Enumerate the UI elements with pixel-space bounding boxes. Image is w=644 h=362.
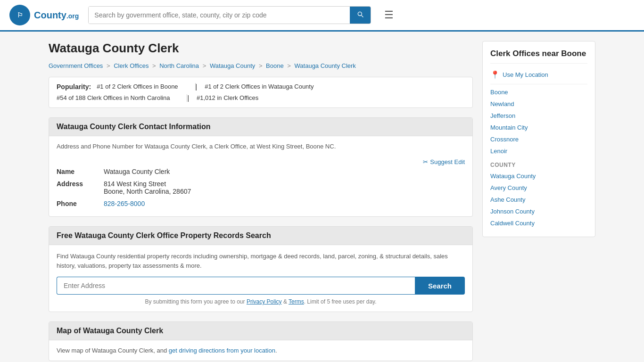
sidebar-item-newland[interactable]: Newland [490,98,587,110]
sidebar: Clerk Offices near Boone 📍 Use My Locati… [482,41,595,362]
breadcrumb-gov-offices[interactable]: Government Offices [49,62,103,69]
property-search-body: Find Watauga County residential property… [49,245,472,312]
sidebar-divider [490,84,587,84]
global-search-input[interactable] [89,7,350,24]
contact-section-body: Address and Phone Number for Watauga Cou… [49,136,472,216]
logo-link[interactable]: ⚐ County.org [9,5,79,25]
global-search-button[interactable] [350,7,371,24]
name-value: Watauga County Clerk [104,165,465,178]
breadcrumb: Government Offices > Clerk Offices > Nor… [49,62,473,69]
main-container: Watauga County Clerk Government Offices … [39,32,605,362]
sidebar-county-label: County [490,162,587,168]
contact-section: Watauga County Clerk Contact Information… [49,117,473,217]
logo-text: County.org [34,10,79,21]
page-title: Watauga County Clerk [49,41,473,56]
breadcrumb-north-carolina[interactable]: North Carolina [159,62,199,69]
sidebar-item-jefferson[interactable]: Jefferson [490,110,587,122]
phone-value: 828-265-8000 [104,197,465,210]
popularity-stat-3: #54 of 188 Clerk Offices in North Caroli… [57,94,170,102]
address-input[interactable] [57,277,415,295]
sidebar-item-avery-county[interactable]: Avery County [490,182,587,194]
breadcrumb-clerk-offices[interactable]: Clerk Offices [114,62,149,69]
breadcrumb-boone[interactable]: Boone [266,62,284,69]
sidebar-title: Clerk Offices near Boone [490,49,587,64]
table-row: Phone 828-265-8000 [57,197,465,210]
name-label: Name [57,165,104,178]
address-value: 814 West King Street Boone, North Caroli… [104,178,465,197]
map-section-body: View map of Watauga County Clerk, and ge… [49,340,472,361]
address-search-row: Search [57,277,465,295]
table-row: Name Watauga County Clerk [57,165,465,178]
map-section: Map of Watauga County Clerk View map of … [49,321,473,361]
phone-link[interactable]: 828-265-8000 [104,200,145,207]
location-icon: 📍 [490,70,500,79]
suggest-edit-link[interactable]: ✂ Suggest Edit [423,158,465,165]
sidebar-item-caldwell-county[interactable]: Caldwell County [490,217,587,229]
sidebar-item-watauga-county[interactable]: Watauga County [490,170,587,182]
popularity-stat-4: #1,012 in Clerk Offices [197,94,258,102]
hamburger-menu[interactable]: ☰ [380,7,397,23]
header: ⚐ County.org ☰ [0,0,644,32]
breadcrumb-watauga-county[interactable]: Watauga County [210,62,255,69]
breadcrumb-current[interactable]: Watauga County Clerk [295,62,356,69]
global-search-bar [88,6,371,24]
contact-description: Address and Phone Number for Watauga Cou… [57,143,465,150]
popularity-bar: Popularity: #1 of 2 Clerk Offices in Boo… [49,77,473,108]
logo-icon: ⚐ [9,5,30,25]
property-search-section: Free Watauga County Clerk Office Propert… [49,226,473,312]
address-label: Address [57,178,104,197]
contact-section-header: Watauga County Clerk Contact Information [49,118,472,136]
sidebar-item-johnson-county[interactable]: Johnson County [490,206,587,217]
map-section-header: Map of Watauga County Clerk [49,322,472,340]
sidebar-item-crossnore[interactable]: Crossnore [490,133,587,145]
property-search-header: Free Watauga County Clerk Office Propert… [49,227,472,245]
popularity-stat-2: #1 of 2 Clerk Offices in Watauga County [205,83,314,90]
driving-directions-link[interactable]: get driving directions from your locatio… [169,347,275,354]
property-search-button[interactable]: Search [415,277,465,295]
popularity-label: Popularity: [57,83,91,90]
svg-text:⚐: ⚐ [17,11,23,19]
sidebar-item-lenoir[interactable]: Lenoir [490,145,587,157]
form-disclaimer: By submitting this form you agree to our… [57,298,465,305]
sidebar-item-boone[interactable]: Boone [490,86,587,98]
popularity-stat-1: #1 of 2 Clerk Offices in Boone [97,83,178,90]
privacy-policy-link[interactable]: Privacy Policy [247,298,282,305]
map-description: View map of Watauga County Clerk, and ge… [57,347,465,354]
sidebar-item-mountain-city[interactable]: Mountain City [490,122,587,133]
use-my-location-link[interactable]: 📍 Use My Location [490,70,587,79]
property-description: Find Watauga County residential property… [57,252,465,270]
contact-table: Name Watauga County Clerk Address 814 We… [57,165,465,210]
terms-link[interactable]: Terms [289,298,304,305]
table-row: Address 814 West King Street Boone, Nort… [57,178,465,197]
phone-label: Phone [57,197,104,210]
sidebar-item-ashe-county[interactable]: Ashe County [490,194,587,206]
sidebar-box: Clerk Offices near Boone 📍 Use My Locati… [482,41,595,237]
suggest-edit-icon: ✂ [423,158,428,165]
main-content: Watauga County Clerk Government Offices … [49,41,473,362]
